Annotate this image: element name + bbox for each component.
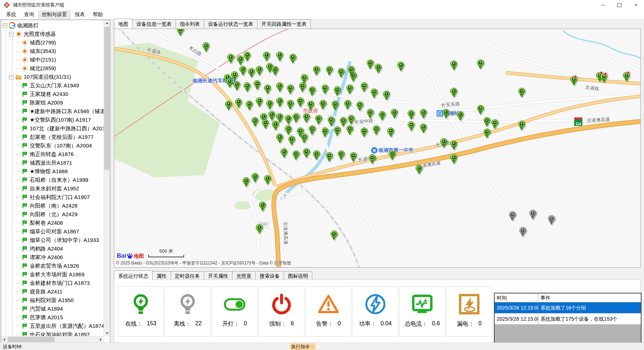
map-pin-online[interactable]: + [276,97,283,108]
tree-item[interactable]: ★建新中路路口东 A1946（辅道灯） [13,107,104,116]
map-pin-online[interactable]: + [387,127,394,138]
map-pin-online[interactable]: + [226,78,233,89]
map-pin-online[interactable]: + [450,88,457,98]
map-pin-online[interactable]: + [361,82,367,93]
tree-item[interactable]: ★博物馆 A1888 [13,167,104,176]
map-pin-online[interactable]: + [334,126,341,137]
map-pin-online[interactable]: + [367,109,374,120]
map-pin-online[interactable]: + [332,101,338,111]
map-pin-online[interactable]: + [287,100,294,111]
tree-item[interactable]: 向阳桥（南）A2428 [13,201,104,210]
map-pin-online[interactable]: + [280,148,287,159]
map-pin-online[interactable]: + [350,152,357,163]
map-pin-online[interactable]: + [319,100,326,111]
menu-item-4[interactable]: 帮助 [89,10,107,19]
map-pin-online[interactable]: + [268,111,275,122]
tree-item[interactable]: 石咀桥（自来水）A1999 [13,176,104,184]
event-row[interactable]: 2025/3/28 12:15:08系统加载了16个分组 [495,302,641,313]
map-pin-online[interactable]: + [276,133,283,144]
map-pin-online[interactable]: + [289,54,296,64]
tree-group-1[interactable]: 107国道沿线(31/31) [6,73,104,81]
map-pin-online[interactable]: + [420,123,427,134]
main-tab-2[interactable]: 指令列表 [176,19,204,29]
map-pin-online[interactable]: + [477,59,484,70]
map-pin-online[interactable]: + [285,115,292,126]
scrollbar-thumb[interactable] [104,27,110,170]
map-pin-online[interactable]: + [242,177,249,188]
map-pin-online[interactable]: + [227,54,234,64]
minimize-button[interactable] [595,0,611,10]
tree-expander-icon[interactable] [3,23,7,28]
map-pin-online[interactable]: + [450,60,457,71]
map-pin-online[interactable]: + [262,119,269,130]
map-pin-online[interactable]: + [367,59,374,70]
map-pin-online[interactable]: + [235,98,242,109]
map-pin-online[interactable]: + [225,101,232,111]
map-pin-online[interactable]: + [344,100,351,111]
map-pin-online[interactable]: + [244,52,250,62]
maximize-button[interactable] [611,0,628,10]
tree-item[interactable]: 芭茅塘 A2015 [13,313,104,322]
map-pin-online[interactable]: + [331,230,337,241]
tree-horizontal-scrollbar[interactable] [1,336,104,342]
map-pin-online[interactable]: + [391,109,398,120]
tree-item[interactable]: 交警队东（107南）A2004 [13,141,104,150]
tree-item[interactable]: 城西派出所A1871 [13,159,104,167]
map-pin-online[interactable]: + [338,150,345,161]
map-pin-offline[interactable]: + [519,227,526,238]
map-pin-online[interactable]: + [301,133,308,144]
map-pin-online[interactable]: + [244,82,250,93]
map-pin-online[interactable]: + [303,148,310,159]
map-pin-online[interactable]: + [457,111,463,122]
tree-item[interactable]: 金桥农贸市场 A1926 [13,262,104,270]
map-pin-online[interactable]: + [254,80,260,91]
map-pin-alarm[interactable]: + [600,73,607,84]
map-pin-online[interactable]: + [375,64,381,74]
map-pin-online[interactable]: + [346,84,353,95]
map-pin-online[interactable]: + [256,66,263,77]
map-pin-online[interactable]: + [408,121,414,132]
map-pin-online[interactable]: + [379,111,385,122]
map-pin-online[interactable]: + [237,55,244,66]
map-pin-online[interactable]: + [420,109,427,120]
close-button[interactable]: × [628,0,644,10]
map-pin-online[interactable]: + [297,97,304,108]
map-pin-online[interactable]: + [326,66,333,77]
map-pin-alarm[interactable]: + [623,72,630,83]
map-pin-online[interactable]: + [450,154,457,165]
main-tab-0[interactable]: 地图 [114,19,133,29]
map-pin-online[interactable]: + [383,91,390,101]
tree-item[interactable]: 彭家巷（党校后面）A1977 [13,133,104,141]
map-pin-alarm[interactable]: + [570,76,577,87]
main-tab-4[interactable]: 开关回路属性一览表 [257,19,311,29]
map-pin-online[interactable]: + [239,66,246,77]
map-pin-online[interactable]: + [251,117,258,128]
map-pin-online[interactable]: + [338,68,345,79]
tree-item[interactable]: 城中(2151) [13,55,104,64]
tree-item[interactable]: 向阳桥（北）A2429 [13,210,104,219]
map-pin-online[interactable]: + [315,115,322,126]
map-pin-online[interactable]: + [361,127,367,138]
tree-item[interactable]: 107北（建新中路路口西）A2014 [13,124,104,133]
map-pin-online[interactable]: + [233,81,240,92]
tree-item[interactable]: 金桥建材市场门口 A1873 [13,279,104,287]
map-pin-online[interactable]: + [293,113,299,124]
map-pin-online[interactable]: + [326,152,333,163]
map-pin-online[interactable]: + [450,140,457,151]
tree-item[interactable]: 南正街转盘 A1876 [13,150,104,159]
map-pin-online[interactable]: + [293,150,299,161]
map-pin-online[interactable]: + [371,88,378,99]
map-pin-online[interactable]: + [299,82,306,93]
map-pin-online[interactable]: + [373,125,380,136]
map-pin-online[interactable]: + [340,117,347,128]
map-pin-online[interactable]: + [263,52,270,62]
map-pin-online[interactable]: + [389,150,395,161]
tree-item[interactable]: 鸿鹤路 A2404 [13,244,104,253]
tree-item[interactable]: 社会福利院大门口 A1907 [13,193,104,201]
map-pin-online[interactable]: + [369,154,376,165]
map-pin-online[interactable]: + [251,173,258,184]
tree-item[interactable]: 观音路 A2411 [13,287,104,296]
tree-item[interactable]: 梨树巷 A2408 [13,219,104,227]
map-pin-online[interactable]: + [264,175,271,186]
map-pin-offline[interactable]: + [548,215,555,226]
